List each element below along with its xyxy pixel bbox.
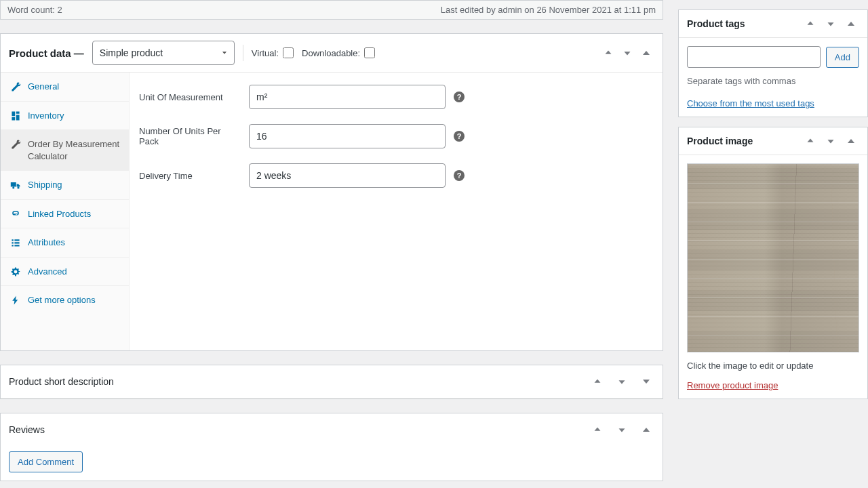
truck-icon bbox=[10, 180, 21, 190]
product-image-title: Product image bbox=[687, 136, 798, 146]
tab-label: Linked Products bbox=[28, 208, 91, 220]
product-image-thumbnail[interactable] bbox=[687, 163, 859, 352]
product-data-fields: Unit Of Measurement ? Number Of Units Pe… bbox=[130, 73, 663, 350]
delivery-time-input[interactable] bbox=[249, 163, 446, 188]
units-per-pack-input[interactable] bbox=[249, 124, 446, 148]
help-icon[interactable]: ? bbox=[454, 92, 465, 102]
downloadable-checkbox[interactable] bbox=[364, 47, 375, 58]
short-description-panel: Product short description bbox=[0, 365, 663, 399]
wrench-icon bbox=[10, 139, 21, 150]
move-up-icon[interactable] bbox=[589, 422, 606, 438]
move-down-icon[interactable] bbox=[614, 373, 630, 390]
virtual-label: Virtual: bbox=[252, 48, 279, 58]
tab-label: Shipping bbox=[28, 179, 62, 191]
panel-toggle-icon[interactable] bbox=[638, 45, 654, 61]
reviews-title: Reviews bbox=[9, 424, 581, 435]
virtual-checkbox[interactable] bbox=[283, 47, 294, 58]
product-data-tabs: General Inventory Order By Measurement C… bbox=[1, 73, 130, 350]
downloadable-toggle[interactable]: Downloadable: bbox=[302, 47, 375, 58]
editor-status-bar: Word count: 2 Last edited by admin on 26… bbox=[0, 0, 663, 20]
move-up-icon[interactable] bbox=[802, 133, 818, 149]
separator bbox=[243, 45, 243, 61]
move-down-icon[interactable] bbox=[823, 16, 839, 32]
lightning-icon bbox=[10, 295, 21, 306]
product-data-title: Product data — bbox=[9, 47, 84, 59]
product-tags-hint: Separate tags with commas bbox=[687, 76, 859, 86]
tab-general[interactable]: General bbox=[1, 73, 129, 102]
tab-get-more-options[interactable]: Get more options bbox=[1, 286, 129, 314]
inventory-icon bbox=[10, 110, 21, 121]
product-type-select[interactable]: Simple product bbox=[92, 41, 235, 65]
tab-label: General bbox=[28, 81, 59, 93]
product-data-header: Product data — Simple product Virtual: D… bbox=[1, 34, 663, 73]
wood-texture bbox=[688, 164, 859, 352]
tab-attributes[interactable]: Attributes bbox=[1, 228, 129, 258]
wrench-icon bbox=[10, 81, 21, 92]
gear-icon bbox=[10, 266, 21, 277]
move-up-icon[interactable] bbox=[802, 16, 818, 32]
short-description-title: Product short description bbox=[9, 376, 581, 387]
move-down-icon[interactable] bbox=[614, 422, 630, 438]
tab-inventory[interactable]: Inventory bbox=[1, 102, 129, 131]
unit-of-measurement-label: Unit Of Measurement bbox=[139, 92, 241, 102]
remove-product-image-link[interactable]: Remove product image bbox=[687, 380, 778, 390]
list-icon bbox=[10, 237, 21, 248]
last-edited: Last edited by admin on 26 November 2021… bbox=[441, 5, 656, 15]
word-count: Word count: 2 bbox=[7, 5, 62, 15]
tab-shipping[interactable]: Shipping bbox=[1, 171, 129, 200]
unit-of-measurement-input[interactable] bbox=[249, 85, 446, 109]
product-image-panel: Product image Click the image to edit or… bbox=[678, 127, 868, 399]
delivery-time-label: Delivery Time bbox=[139, 171, 241, 181]
product-tags-panel: Product tags Add Separate tags with comm… bbox=[678, 9, 868, 117]
move-down-icon[interactable] bbox=[619, 45, 635, 61]
move-up-icon[interactable] bbox=[589, 373, 606, 390]
downloadable-label: Downloadable: bbox=[302, 48, 360, 58]
product-tags-input[interactable] bbox=[687, 46, 821, 68]
units-per-pack-label: Number Of Units Per Pack bbox=[139, 126, 241, 146]
tab-label: Advanced bbox=[28, 266, 67, 278]
help-icon[interactable]: ? bbox=[454, 170, 465, 181]
panel-toggle-icon[interactable] bbox=[638, 373, 654, 390]
help-icon[interactable]: ? bbox=[454, 131, 465, 142]
choose-used-tags-link[interactable]: Choose from the most used tags bbox=[687, 98, 814, 108]
tab-linked-products[interactable]: Linked Products bbox=[1, 200, 129, 229]
add-comment-button[interactable]: Add Comment bbox=[9, 451, 83, 472]
move-down-icon[interactable] bbox=[823, 133, 839, 149]
tab-label: Get more options bbox=[28, 294, 96, 306]
move-up-icon[interactable] bbox=[600, 45, 616, 61]
reviews-panel: Reviews Add Comment bbox=[0, 413, 663, 481]
tab-order-by-measurement[interactable]: Order By Measurement Calculator bbox=[1, 130, 129, 171]
panel-toggle-icon[interactable] bbox=[843, 16, 859, 32]
panel-toggle-icon[interactable] bbox=[638, 422, 654, 438]
link-icon bbox=[10, 209, 21, 220]
product-data-panel: Product data — Simple product Virtual: D… bbox=[0, 33, 663, 351]
tab-label: Inventory bbox=[28, 110, 64, 122]
product-tags-title: Product tags bbox=[687, 18, 798, 29]
add-tag-button[interactable]: Add bbox=[826, 47, 859, 68]
tab-label: Attributes bbox=[28, 237, 65, 249]
tab-advanced[interactable]: Advanced bbox=[1, 258, 129, 287]
product-image-hint: Click the image to edit or update bbox=[687, 361, 859, 371]
virtual-toggle[interactable]: Virtual: bbox=[252, 47, 294, 58]
panel-toggle-icon[interactable] bbox=[843, 133, 859, 149]
tab-label: Order By Measurement Calculator bbox=[28, 138, 122, 162]
